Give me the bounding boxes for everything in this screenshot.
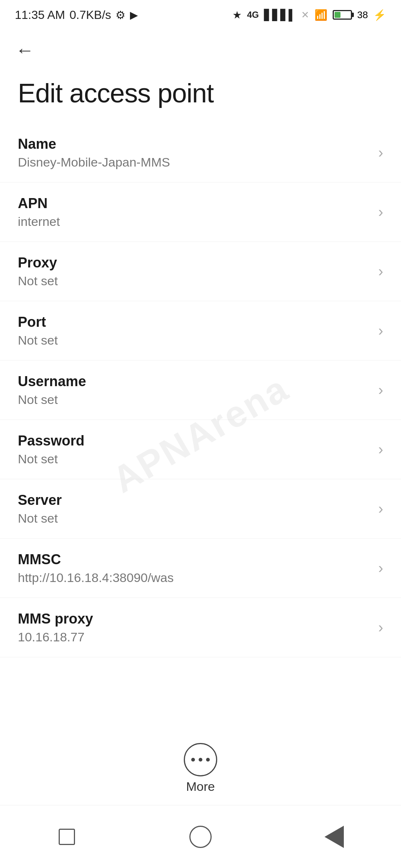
more-label: More [186,779,215,794]
dot-3 [206,758,210,762]
back-arrow-icon: ← [16,41,34,59]
settings-item-label-4: Username [18,374,86,389]
settings-item-label-3: Port [18,314,58,330]
settings-item-apn[interactable]: APNinternet› [0,183,401,242]
network-speed: 0.7KB/s [69,8,111,22]
chevron-right-icon-3: › [378,322,383,339]
settings-item-label-2: Proxy [18,255,58,271]
battery-percent: 38 [357,9,368,21]
settings-item-content-6: ServerNot set [18,492,62,526]
dot-2 [199,758,202,762]
chevron-right-icon-0: › [378,144,383,161]
settings-item-value-4: Not set [18,392,86,407]
nav-recent-apps-button[interactable] [48,818,85,855]
more-icon-circle [184,743,217,776]
chevron-right-icon-1: › [378,204,383,220]
settings-item-label-6: Server [18,492,62,508]
video-icon: ▶ [130,9,138,21]
settings-item-content-1: APNinternet [18,195,60,229]
chevron-right-icon-4: › [378,382,383,398]
more-dots-icon [191,758,210,762]
status-bar-right: ★ 4G ▋▋▋▌ ✕ 📶 38 ⚡ [232,9,386,21]
time-display: 11:35 AM [15,8,65,22]
settings-item-value-3: Not set [18,333,58,348]
nav-back-button[interactable] [316,818,353,855]
dot-1 [191,758,195,762]
battery-indicator: 38 [333,9,368,21]
recent-apps-icon [59,829,75,845]
settings-item-server[interactable]: ServerNot set› [0,479,401,539]
settings-list: NameDisney-Mobile-Japan-MMS›APNinternet›… [0,123,401,657]
chevron-right-icon-8: › [378,619,383,636]
signal-x-icon: ✕ [301,9,309,21]
chevron-right-icon-6: › [378,500,383,517]
page-title: Edit access point [0,70,401,123]
battery-box [333,10,352,20]
settings-item-mmsc[interactable]: MMSChttp://10.16.18.4:38090/was› [0,539,401,598]
navigation-bar [0,805,401,868]
battery-fill [335,12,340,18]
settings-item-content-7: MMSChttp://10.16.18.4:38090/was [18,552,174,585]
chevron-right-icon-7: › [378,560,383,576]
settings-icon: ⚙ [115,9,125,22]
settings-item-label-7: MMSC [18,552,174,568]
settings-item-name[interactable]: NameDisney-Mobile-Japan-MMS› [0,123,401,183]
settings-item-content-4: UsernameNot set [18,374,86,407]
toolbar: ← [0,30,401,70]
chevron-right-icon-2: › [378,263,383,280]
wifi-icon: 📶 [314,9,327,21]
settings-item-proxy[interactable]: ProxyNot set› [0,242,401,301]
bluetooth-icon: ★ [232,9,242,21]
settings-item-content-2: ProxyNot set [18,255,58,288]
back-icon [325,826,344,848]
settings-item-value-0: Disney-Mobile-Japan-MMS [18,155,170,170]
settings-item-value-5: Not set [18,452,85,466]
settings-item-value-1: internet [18,214,60,229]
settings-item-label-0: Name [18,136,170,152]
settings-item-value-6: Not set [18,511,62,526]
settings-item-port[interactable]: PortNot set› [0,301,401,361]
lightning-icon: ⚡ [373,9,386,21]
home-icon [189,826,212,848]
settings-item-label-1: APN [18,195,60,211]
settings-item-content-5: PasswordNot set [18,433,85,466]
status-bar-left: 11:35 AM 0.7KB/s ⚙ ▶ [15,8,138,22]
settings-item-content-3: PortNot set [18,314,58,348]
chevron-right-icon-5: › [378,441,383,458]
status-bar: 11:35 AM 0.7KB/s ⚙ ▶ ★ 4G ▋▋▋▌ ✕ 📶 38 ⚡ [0,0,401,30]
signal-4g-icon: 4G [247,10,259,20]
settings-item-content-8: MMS proxy10.16.18.77 [18,611,93,644]
settings-item-mms-proxy[interactable]: MMS proxy10.16.18.77› [0,598,401,657]
settings-item-value-7: http://10.16.18.4:38090/was [18,571,174,585]
settings-item-password[interactable]: PasswordNot set› [0,420,401,479]
more-button[interactable]: More [184,743,217,794]
settings-item-value-8: 10.16.18.77 [18,630,93,644]
settings-item-label-5: Password [18,433,85,449]
settings-item-label-8: MMS proxy [18,611,93,627]
settings-item-content-0: NameDisney-Mobile-Japan-MMS [18,136,170,170]
back-button[interactable]: ← [12,37,38,63]
nav-home-button[interactable] [182,818,219,855]
settings-item-username[interactable]: UsernameNot set› [0,361,401,420]
signal-strength-icon: ▋▋▋▌ [264,9,296,21]
settings-item-value-2: Not set [18,274,58,288]
